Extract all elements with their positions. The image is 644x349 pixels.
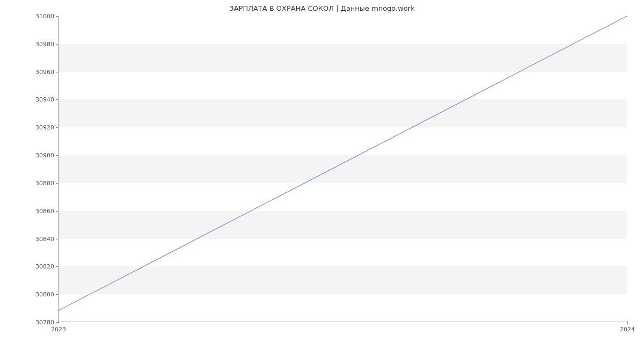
chart-container: ЗАРПЛАТА В ОХРАНА СОКОЛ | Данные mnogo.w… (0, 0, 644, 349)
y-tick-label: 30900 (35, 152, 54, 159)
y-tick-label: 30780 (35, 319, 54, 326)
y-tick-mark (56, 44, 58, 45)
y-tick-mark (56, 99, 58, 100)
y-tick-mark (56, 239, 58, 239)
y-tick-label: 31000 (35, 13, 54, 20)
y-tick-label: 30960 (35, 68, 54, 75)
plot-area: 3078030800308203084030860308803090030920… (58, 16, 627, 322)
y-tick-label: 30880 (35, 179, 54, 186)
y-tick-mark (56, 211, 58, 212)
y-tick-label: 30840 (35, 235, 54, 242)
x-tick-mark (58, 322, 59, 324)
y-tick-mark (56, 266, 58, 267)
chart-title: ЗАРПЛАТА В ОХРАНА СОКОЛ | Данные mnogo.w… (0, 4, 644, 12)
x-tick-label: 2023 (51, 326, 66, 333)
y-tick-mark (56, 72, 58, 72)
y-tick-mark (56, 127, 58, 128)
y-tick-mark (56, 16, 58, 17)
y-tick-mark (56, 155, 58, 156)
y-tick-label: 30820 (35, 263, 54, 270)
y-tick-mark (56, 294, 58, 295)
data-line (58, 16, 627, 310)
y-tick-label: 30920 (35, 124, 54, 131)
x-tick-mark (627, 322, 628, 324)
chart-line-layer (58, 16, 627, 322)
y-tick-label: 30940 (35, 96, 54, 103)
y-tick-label: 30860 (35, 207, 54, 214)
y-tick-label: 30800 (35, 291, 54, 298)
x-tick-label: 2024 (620, 326, 635, 333)
y-tick-label: 30980 (35, 40, 54, 47)
y-tick-mark (56, 183, 58, 184)
